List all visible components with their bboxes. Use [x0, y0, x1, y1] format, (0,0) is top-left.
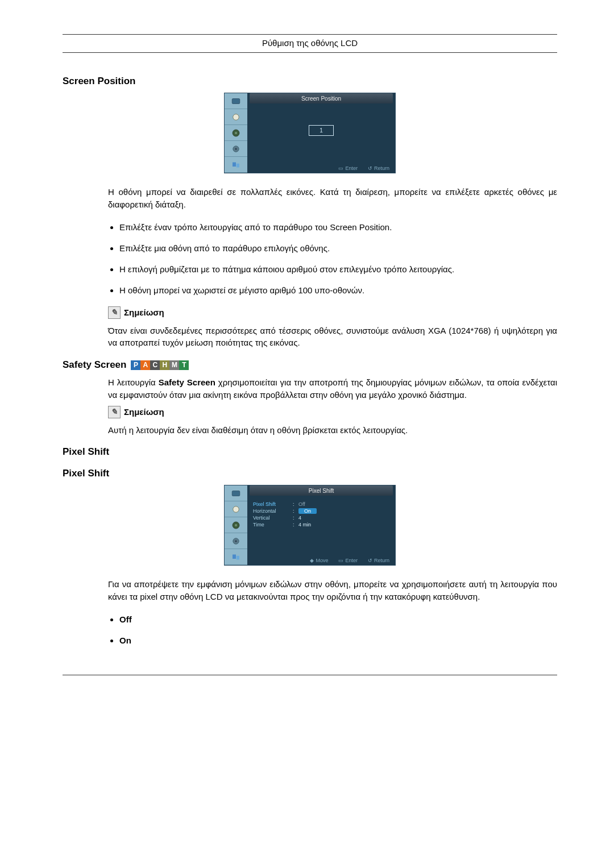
- osd-tab-sound-icon: [225, 125, 247, 141]
- osd-foot-enter: ▭ Enter: [338, 558, 358, 563]
- osd-tab-multi-icon: [225, 549, 247, 565]
- osd-tab-input-icon: [225, 485, 247, 501]
- note-icon: ✎: [108, 406, 121, 418]
- chip-t-icon: T: [179, 360, 189, 370]
- svg-rect-15: [237, 556, 239, 560]
- svg-point-1: [233, 114, 239, 120]
- heading-screen-position: Screen Position: [63, 76, 557, 87]
- sp-bullet-3: H οθόνη μπορεί να χωριστεί σε μέγιστο αρ…: [119, 284, 557, 296]
- osd-row0-on-selected: On: [298, 508, 317, 514]
- ss-note-header: ✎ Σημείωση: [108, 406, 557, 418]
- osd-row0-label: Pixel Shift: [253, 501, 293, 507]
- osd-tab-setup-icon: [225, 533, 247, 549]
- osd-foot-return: ↺ Return: [368, 165, 389, 171]
- heading-safety-screen: Safety Screen P A C H M T: [63, 359, 557, 371]
- osd-foot-enter: ▭ Enter: [338, 165, 358, 171]
- svg-point-13: [235, 540, 237, 542]
- svg-point-3: [235, 131, 238, 134]
- osd-title-ps: Pixel Shift: [250, 485, 393, 496]
- osd-row2-val: 4: [298, 515, 301, 521]
- svg-rect-14: [233, 554, 236, 559]
- osd-screenshot-pixel-shift: Pixel Shift Pixel Shift : Off Horizontal…: [224, 485, 396, 566]
- osd-row2-label: Vertical: [253, 515, 293, 521]
- ps-para: Για να αποτρέψετε την εμφάνιση μόνιμων ε…: [108, 578, 557, 603]
- svg-point-5: [235, 148, 237, 149]
- chip-c-icon: C: [150, 360, 160, 370]
- osd-foot-move: ◆ Move: [310, 558, 328, 563]
- chip-a-icon: A: [140, 360, 150, 370]
- page-header: Ρύθμιση της οθόνης LCD: [63, 38, 557, 53]
- osd-row0-off: Off: [298, 501, 305, 507]
- ps-bullet-off: Off: [119, 613, 557, 625]
- osd-row3-val: 4 min: [298, 522, 311, 528]
- chip-h-icon: H: [160, 360, 169, 370]
- osd-row3-label: Time: [253, 522, 293, 528]
- sp-bullets: Επιλέξτε έναν τρόπο λειτουργίας από το π…: [108, 221, 557, 296]
- note-icon: ✎: [108, 306, 121, 319]
- ps-bullets: Off On: [108, 613, 557, 646]
- svg-rect-0: [232, 98, 240, 103]
- svg-rect-7: [237, 163, 239, 167]
- heading-pixel-shift-1: Pixel Shift: [63, 446, 557, 458]
- sp-note-text: Όταν είναι συνδεδεμένες περισσότερες από…: [108, 325, 557, 350]
- sp-bullet-0-bold: Screen Position: [330, 222, 389, 232]
- osd-row1-label: Horizontal: [253, 508, 293, 514]
- osd-title: Screen Position: [250, 93, 393, 103]
- osd-foot-return: ↺ Return: [368, 558, 389, 563]
- sp-bullet-0: Επιλέξτε έναν τρόπο λειτουργίας από το π…: [119, 221, 557, 233]
- osd-tab-multi-icon: [225, 157, 247, 173]
- ps-bullet-on: On: [119, 634, 557, 646]
- sp-bullet-2: Η επιλογή ρυθμίζεται με το πάτημα κάποιο…: [119, 263, 557, 275]
- osd-tab-setup-icon: [225, 141, 247, 157]
- mode-chips: P A C H M T: [131, 360, 189, 370]
- sp-bullet-1: Επιλέξτε μια οθόνη από το παράθυρο επιλο…: [119, 242, 557, 254]
- sp-intro: H οθόνη μπορεί να διαιρεθεί σε πολλαπλές…: [108, 186, 557, 211]
- osd-tab-input-icon: [225, 93, 247, 109]
- svg-rect-6: [233, 162, 236, 167]
- ss-note-text: Αυτή η λειτουργία δεν είναι διαθέσιμη ότ…: [108, 424, 557, 437]
- svg-point-11: [235, 524, 238, 527]
- ss-para: H λειτουργία Safety Screen χρησιμοποιείτ…: [108, 376, 557, 401]
- osd-tab-picture-icon: [225, 501, 247, 517]
- safety-screen-title: Safety Screen: [63, 359, 126, 371]
- chip-p-icon: P: [131, 360, 140, 370]
- sp-note-header: ✎ Σημείωση: [108, 306, 557, 319]
- osd-screenshot-screen-position: Screen Position 1 ▭ Enter ↺ Return: [224, 93, 396, 173]
- osd-value: 1: [309, 125, 334, 136]
- heading-pixel-shift-2: Pixel Shift: [63, 468, 557, 479]
- ss-note-label: Σημείωση: [124, 407, 164, 417]
- osd-tab-picture-icon: [225, 109, 247, 125]
- svg-point-9: [233, 506, 239, 513]
- osd-tab-sound-icon: [225, 517, 247, 533]
- svg-rect-8: [232, 491, 240, 496]
- chip-m-icon: M: [169, 360, 179, 370]
- sp-note-label: Σημείωση: [124, 308, 164, 317]
- ss-para-bold: Safety Screen: [159, 377, 215, 387]
